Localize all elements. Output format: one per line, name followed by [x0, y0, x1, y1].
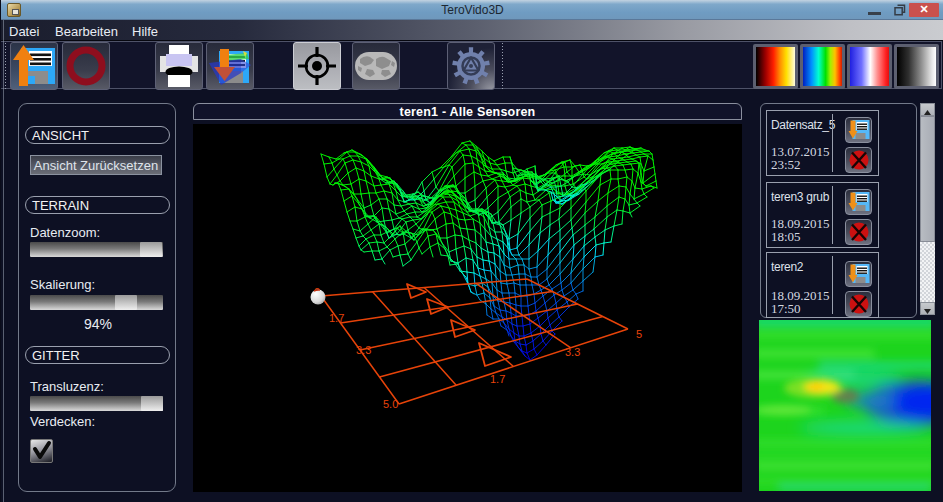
- svg-text:3.3: 3.3: [565, 346, 580, 358]
- svg-text:5: 5: [636, 328, 642, 340]
- svg-text:1.7: 1.7: [490, 373, 505, 385]
- svg-text:3.3: 3.3: [356, 344, 371, 356]
- svg-text:1.7: 1.7: [329, 312, 344, 324]
- svg-text:5.0: 5.0: [383, 398, 398, 410]
